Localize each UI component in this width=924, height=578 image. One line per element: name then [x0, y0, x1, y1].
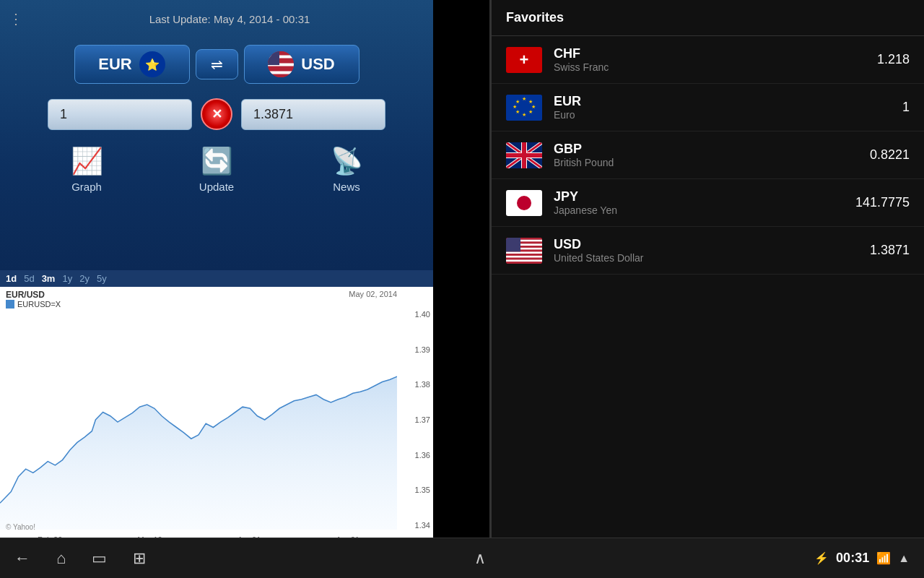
- fav-code-eur: EUR: [554, 94, 902, 109]
- signal-icon: ▲: [898, 552, 910, 565]
- fav-rate-chf: 1.218: [877, 52, 910, 67]
- news-button[interactable]: 📡 News: [310, 146, 383, 193]
- back-button[interactable]: ←: [14, 549, 30, 568]
- svg-rect-4: [268, 67, 294, 70]
- y-label-5: 1.35: [415, 486, 430, 494]
- svg-text:★: ★: [522, 112, 526, 117]
- chart-date: May 02, 2014: [349, 290, 397, 298]
- fav-name-chf: Swiss Franc: [554, 61, 877, 73]
- fav-name-jpy: Japanese Yen: [554, 204, 855, 216]
- graph-button[interactable]: 📈 Graph: [51, 146, 123, 193]
- graph-label: Graph: [71, 181, 102, 193]
- svg-text:★: ★: [528, 109, 533, 114]
- fav-code-usd: USD: [554, 237, 870, 252]
- graph-icon: 📈: [71, 146, 103, 176]
- chart-legend: EURUSD=X: [6, 300, 61, 309]
- fav-rate-jpy: 141.7775: [855, 195, 910, 210]
- to-currency-code: USD: [301, 55, 334, 74]
- chart-ticker: EURUSD=X: [17, 300, 61, 309]
- svg-text:★: ★: [513, 104, 517, 109]
- fav-info-eur: EUR Euro: [554, 94, 902, 121]
- from-currency-code: EUR: [98, 55, 131, 74]
- fav-code-jpy: JPY: [554, 189, 855, 204]
- y-label-1: 1.39: [415, 345, 430, 354]
- svg-rect-40: [506, 238, 520, 251]
- svg-rect-34: [506, 251, 542, 254]
- news-label: News: [333, 181, 360, 193]
- fav-rate-gbp: 0.8221: [870, 147, 910, 163]
- fav-info-gbp: GBP British Pound: [554, 142, 870, 168]
- to-amount-input[interactable]: 1.3871: [241, 99, 385, 130]
- flag-gbp: [506, 142, 542, 168]
- update-label: Update: [199, 181, 234, 193]
- to-currency-flag: [268, 51, 294, 77]
- time-btn-5d[interactable]: 5d: [24, 273, 34, 284]
- nav-right: ⚡ 00:31 📶 ▲: [814, 551, 910, 566]
- svg-rect-6: [268, 75, 294, 77]
- menu-icon[interactable]: ⋮: [9, 10, 23, 27]
- time-btn-1y[interactable]: 1y: [62, 273, 72, 284]
- status-time: 00:31: [836, 551, 869, 566]
- fav-item-eur[interactable]: ★ ★ ★ ★ ★ ★ ★ ★ EUR Euro 1: [492, 84, 924, 131]
- svg-rect-7: [268, 51, 279, 65]
- up-button[interactable]: ∧: [474, 549, 486, 568]
- fav-code-chf: CHF: [554, 46, 877, 61]
- fav-name-usd: United States Dollar: [554, 252, 870, 264]
- y-label-4: 1.36: [415, 451, 430, 460]
- flag-jpy: [506, 190, 542, 216]
- update-button[interactable]: 🔄 Update: [180, 146, 253, 193]
- from-currency-flag: ⭐: [139, 51, 165, 77]
- clear-button[interactable]: ✕: [201, 98, 232, 130]
- fav-name-eur: Euro: [554, 109, 902, 121]
- favorites-header: Favorites: [492, 0, 924, 36]
- svg-text:★: ★: [522, 96, 526, 101]
- fav-item-usd[interactable]: USD United States Dollar 1.3871: [492, 227, 924, 275]
- chart-inner: EUR/USD May 02, 2014 EURUSD=X 1.40 1.39 …: [0, 287, 433, 547]
- time-btn-1d[interactable]: 1d: [6, 273, 17, 284]
- fav-item-gbp[interactable]: GBP British Pound 0.8221: [492, 131, 924, 179]
- to-currency-box[interactable]: USD: [244, 45, 359, 84]
- fav-info-jpy: JPY Japanese Yen: [554, 189, 855, 216]
- from-currency-box[interactable]: EUR ⭐: [74, 45, 190, 84]
- time-btn-3m[interactable]: 3m: [42, 273, 56, 284]
- time-btn-5y[interactable]: 5y: [97, 273, 107, 284]
- update-icon: 🔄: [201, 146, 233, 176]
- fav-info-usd: USD United States Dollar: [554, 237, 870, 264]
- fav-rate-eur: 1: [902, 100, 910, 115]
- qr-button[interactable]: ⊞: [133, 549, 146, 568]
- flag-eur: ★ ★ ★ ★ ★ ★ ★ ★: [506, 95, 542, 121]
- action-row: 📈 Graph 🔄 Update 📡 News: [0, 137, 433, 204]
- fav-rate-usd: 1.3871: [870, 243, 910, 258]
- chart-svg: [0, 310, 397, 530]
- home-button[interactable]: ⌂: [56, 549, 66, 568]
- fav-item-jpy[interactable]: JPY Japanese Yen 141.7775: [492, 179, 924, 227]
- recents-button[interactable]: ▭: [92, 549, 107, 568]
- chart-area: 1d 5d 3m 1y 2y 5y EUR/USD May 02, 2014 E…: [0, 270, 433, 549]
- fav-info-chf: CHF Swiss Franc: [554, 46, 877, 73]
- svg-text:★: ★: [515, 99, 520, 104]
- right-panel: Favorites CHF Swiss Franc 1.218 ★ ★ ★ ★ …: [492, 0, 924, 549]
- usb-icon: ⚡: [814, 551, 829, 565]
- from-amount-input[interactable]: 1: [48, 99, 192, 130]
- time-btn-2y[interactable]: 2y: [79, 273, 90, 284]
- fav-item-chf[interactable]: CHF Swiss Franc 1.218: [492, 36, 924, 84]
- top-bar: ⋮ Last Update: May 4, 2014 - 00:31: [0, 0, 433, 38]
- y-label-0: 1.40: [415, 310, 430, 319]
- svg-text:★: ★: [531, 104, 536, 109]
- wifi-icon: 📶: [876, 551, 891, 565]
- news-icon: 📡: [331, 146, 363, 176]
- swap-button[interactable]: ⇌: [196, 49, 238, 79]
- amount-row: 1 ✕ 1.3871: [0, 91, 433, 137]
- svg-rect-38: [506, 259, 542, 262]
- svg-rect-25: [506, 153, 542, 158]
- svg-rect-36: [506, 255, 542, 257]
- fav-name-gbp: British Pound: [554, 157, 870, 168]
- nav-left: ← ⌂ ▭ ⊞: [14, 549, 146, 568]
- svg-rect-5: [268, 72, 294, 74]
- y-label-6: 1.34: [415, 521, 430, 530]
- svg-rect-37: [506, 257, 542, 259]
- yahoo-credit: © Yahoo!: [6, 523, 35, 531]
- last-update-label: Last Update: May 4, 2014 - 00:31: [35, 13, 424, 25]
- chart-pair-label: EUR/USD: [6, 290, 45, 300]
- svg-rect-35: [506, 254, 542, 256]
